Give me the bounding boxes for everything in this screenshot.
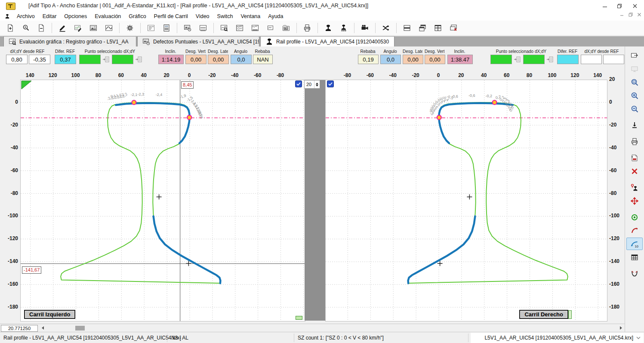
param-value[interactable]: -0,35 xyxy=(29,55,50,64)
scroll-right-button[interactable] xyxy=(617,325,624,331)
minimize-button[interactable] xyxy=(598,2,612,10)
param-value[interactable] xyxy=(523,55,545,64)
param-value[interactable]: 0,00 xyxy=(403,55,423,64)
settings-gear-button[interactable] xyxy=(123,22,137,34)
image-button[interactable] xyxy=(86,22,100,34)
chart-waves-button[interactable] xyxy=(233,22,247,34)
menu-switch[interactable]: Switch xyxy=(213,12,237,20)
switch-crossing-button[interactable] xyxy=(379,22,393,34)
scroll-left-button[interactable] xyxy=(40,325,46,331)
list-button[interactable] xyxy=(144,22,158,34)
tab-2[interactable]: Defectos Puntuales - L5V1_AA_AR_UIC54 [1… xyxy=(137,36,259,46)
close-file-button[interactable] xyxy=(34,22,48,34)
param-value[interactable]: 1:14.19 xyxy=(158,55,184,64)
param-value[interactable]: 0,80 xyxy=(6,55,28,64)
menu-gr-fico[interactable]: Gráfico xyxy=(125,12,150,20)
menu-ventana[interactable]: Ventana xyxy=(237,12,264,20)
left-overlay-checkbox[interactable] xyxy=(295,80,302,87)
curve-frame-button[interactable] xyxy=(102,22,116,34)
param-value[interactable]: 0,37 xyxy=(55,55,76,64)
param-value[interactable] xyxy=(79,55,101,64)
menu-archivo[interactable]: Archivo xyxy=(13,12,39,20)
copy-point-icon[interactable] xyxy=(546,55,555,64)
copy-point-icon[interactable] xyxy=(102,55,111,64)
file-preview-button[interactable] xyxy=(19,22,33,34)
tab-1[interactable]: Evaluación gráfica : Registro gráfico - … xyxy=(3,36,136,46)
edit-pencil-button[interactable] xyxy=(55,22,69,34)
mini-green-button[interactable] xyxy=(296,316,302,320)
axis-tick-label: -40 xyxy=(609,145,624,151)
defects-image-button[interactable] xyxy=(181,22,194,34)
flange-hook-button[interactable] xyxy=(626,224,643,237)
position-value-field[interactable]: 20.771250 xyxy=(1,325,38,332)
param-value[interactable]: 0,0 xyxy=(380,55,401,64)
param-value[interactable] xyxy=(603,55,624,64)
restore-button[interactable] xyxy=(612,2,627,10)
param-value[interactable]: NAN xyxy=(253,55,273,64)
rail-compare-button[interactable] xyxy=(626,181,643,194)
param-value[interactable]: 0,00 xyxy=(425,55,445,64)
param-value[interactable] xyxy=(112,55,133,64)
calculator-button[interactable] xyxy=(160,22,173,34)
chart-flat-button[interactable] xyxy=(196,22,210,34)
file-selector-dropdown[interactable]: L5V1_AA_AR_UIC54 [191204005305_L5V1_AA_A… xyxy=(471,333,644,343)
mdi-minimize-button[interactable] xyxy=(620,12,624,17)
new-file-button[interactable] xyxy=(3,22,17,34)
menu-ayuda[interactable]: Ayuda xyxy=(264,12,287,20)
param-value[interactable] xyxy=(557,55,579,64)
window-close-all-button[interactable] xyxy=(447,22,460,34)
arc-measure-button[interactable] xyxy=(626,267,643,280)
printer-button[interactable] xyxy=(300,22,314,34)
rail-profile-button[interactable] xyxy=(321,22,335,34)
param-value[interactable] xyxy=(490,55,512,64)
menu-opciones[interactable]: Opciones xyxy=(60,12,91,20)
left-rail-chart[interactable]: 8,45 -141,67 Carril Izquierdo -2,0-2,1-2… xyxy=(20,80,305,321)
zoom-out-button[interactable] xyxy=(626,102,643,115)
window-cascade-button[interactable] xyxy=(416,22,429,34)
menu-editar[interactable]: Editar xyxy=(39,12,61,20)
menu-perfil-de-carril[interactable]: Perfil de Carril xyxy=(150,12,192,20)
right-overlay-checkbox[interactable] xyxy=(327,80,334,87)
mdi-close-button[interactable] xyxy=(637,12,641,17)
menu-video[interactable]: Video xyxy=(192,12,213,20)
rail-gauge-button[interactable] xyxy=(337,22,351,34)
spinner-up-icon[interactable] xyxy=(316,83,318,84)
smooth-10-button[interactable]: 10 xyxy=(626,238,643,250)
tab-3[interactable]: Rail profile - L5V1_AA_AR_UIC54 [1912040… xyxy=(260,36,394,46)
chart-splitter[interactable] xyxy=(305,80,325,321)
import-profile-button[interactable] xyxy=(626,119,643,131)
spinner-down-icon[interactable] xyxy=(316,85,318,87)
print-button[interactable] xyxy=(626,135,643,148)
edit-chart-button[interactable] xyxy=(71,22,85,34)
param-value[interactable]: 0,00 xyxy=(208,55,229,64)
copy-point-icon[interactable] xyxy=(513,55,522,64)
window-tile-button[interactable] xyxy=(431,22,445,34)
param-value[interactable]: 1:38.47 xyxy=(447,55,473,64)
image-folder-button[interactable] xyxy=(279,22,293,34)
param-value[interactable]: 0,00 xyxy=(185,55,206,64)
param-value[interactable]: 0,0 xyxy=(231,55,252,64)
save-report-button[interactable] xyxy=(626,151,643,164)
chart-waves-alt-button[interactable] xyxy=(248,22,262,34)
chart-small-button[interactable] xyxy=(264,22,277,34)
right-rail-chart[interactable]: Carril Derecho -0,4-0,4-0,5-0,5-0,6-0,6-… xyxy=(325,80,607,321)
close-button[interactable] xyxy=(628,2,642,10)
move-button[interactable] xyxy=(626,195,643,207)
overlay-count-spinner[interactable]: 20 xyxy=(304,80,320,89)
delete-button[interactable] xyxy=(626,165,643,177)
panel-export-button[interactable] xyxy=(626,49,643,62)
menu-evaluaci-n[interactable]: Evaluación xyxy=(91,12,125,20)
window-split-button[interactable] xyxy=(400,22,414,34)
rail-compare-icon xyxy=(630,183,639,192)
mdi-restore-button[interactable] xyxy=(629,12,633,17)
param-value[interactable]: 0,19 xyxy=(358,55,379,64)
zoom-in-button[interactable] xyxy=(626,89,643,102)
target-button[interactable] xyxy=(626,211,643,223)
param-value[interactable] xyxy=(581,55,602,64)
table-button[interactable] xyxy=(626,251,643,263)
copy-point-icon[interactable] xyxy=(135,55,143,64)
scroll-thumb[interactable] xyxy=(75,326,85,331)
zoom-region-button[interactable] xyxy=(626,76,643,88)
chart-search-button[interactable] xyxy=(217,22,231,34)
video-camera-button[interactable] xyxy=(358,22,372,34)
